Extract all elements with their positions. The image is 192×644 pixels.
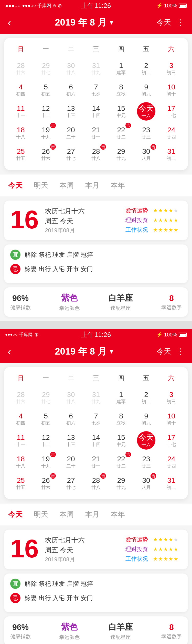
s2-cell-2[interactable]: 2初二 — [134, 387, 159, 408]
s2-cell-30prev[interactable]: 30廿八 — [58, 387, 83, 408]
s2-cell-16-today[interactable]: 今天 十六 — [134, 430, 159, 451]
screen2-chevron-icon[interactable]: ▾ — [110, 348, 113, 355]
s2-cell-1[interactable]: 1建军 — [109, 387, 134, 408]
calendar-cell-8[interactable]: 8立秋 — [109, 79, 134, 101]
s2-cell-31[interactable]: 31初二 — [159, 473, 184, 494]
calendar-cell-19[interactable]: 吉 19十九 — [33, 122, 58, 144]
back-button[interactable]: ‹ — [8, 17, 11, 28]
stats-section: 96% 健康指数 紫色 幸运颜色 白羊座 速配星座 8 幸运数字 — [4, 287, 188, 317]
tab-tomorrow[interactable]: 明天 — [31, 179, 51, 192]
date-details: 农历七月十六 周五 今天 2019年08月 — [45, 207, 119, 234]
calendar-cell-7[interactable]: 7七夕 — [83, 79, 109, 101]
calendar-cell-31[interactable]: 31初二 — [159, 144, 184, 165]
s2-cell-5[interactable]: 5初五 — [33, 408, 58, 430]
s2-tab-year[interactable]: 本年 — [108, 508, 128, 521]
calendar-cell-6[interactable]: 6初六 — [58, 79, 83, 101]
calendar-cell-23[interactable]: 23廿三 — [134, 122, 159, 144]
calendar-cell-29prev[interactable]: 29廿七 — [33, 58, 58, 79]
calendar-cell-22[interactable]: 吉 22廿二 — [109, 122, 134, 144]
tab-today[interactable]: 今天 — [5, 179, 26, 192]
calendar-cell-26[interactable]: 吉 26廿六 — [33, 144, 58, 165]
signal-icon: ●●●○○ — [5, 3, 20, 9]
calendar-cell-15[interactable]: 15中元 — [109, 101, 134, 122]
calendar-cell-25[interactable]: 25廿五 — [8, 144, 33, 165]
s2-cell-29[interactable]: 29廿九 — [109, 473, 134, 494]
s2-cell-31prev[interactable]: 31廿九 — [83, 387, 109, 408]
calendar-cell-18[interactable]: 18十八 — [8, 122, 33, 144]
s2-cell-20[interactable]: 20二十 — [58, 451, 83, 473]
s2-tab-today[interactable]: 今天 — [5, 508, 26, 521]
calendar-cell-20[interactable]: 20二十 — [58, 122, 83, 144]
s2-cell-9[interactable]: 9初九 — [134, 408, 159, 430]
calendar-cell-5[interactable]: 5初五 — [33, 79, 58, 101]
calendar-cell-9[interactable]: 9初九 — [134, 79, 159, 101]
s2-cell-28prev[interactable]: 28廿六 — [8, 387, 33, 408]
yiji-section: 宜 解除 祭祀 理发 启攒 冠笄 忌 嫁娶 出行 入宅 开市 安门 — [4, 244, 188, 283]
tab-year[interactable]: 本年 — [108, 179, 128, 192]
s2-cell-18[interactable]: 18十八 — [8, 451, 33, 473]
chevron-down-icon[interactable]: ▾ — [110, 19, 113, 26]
calendar-cell-12[interactable]: 12十二 — [33, 101, 58, 122]
calendar-cell-29[interactable]: 29廿九 — [109, 144, 134, 165]
s2-cell-10[interactable]: 10初十 — [159, 408, 184, 430]
s2-cell-8[interactable]: 8立秋 — [109, 408, 134, 430]
screen2-menu-icon[interactable]: ⋮ — [176, 347, 184, 356]
s2-cell-3[interactable]: 3初三 — [159, 387, 184, 408]
s2-tab-month[interactable]: 本月 — [82, 508, 102, 521]
s2-cell-14[interactable]: 14十四 — [83, 430, 109, 451]
s2-cell-30[interactable]: 吉30八月 — [134, 473, 159, 494]
calendar-cell-3[interactable]: 3初三 — [159, 58, 184, 79]
calendar-cell-4[interactable]: 4初四 — [8, 79, 33, 101]
screen2: ●●●○○ 千库网 ⊕ 上午11:26 ⚡ 100% ‹ 2019 年 8 月 … — [0, 329, 192, 644]
s2-cell-7[interactable]: 7七夕 — [83, 408, 109, 430]
s2-cell-24[interactable]: 24廿四 — [159, 451, 184, 473]
menu-icon[interactable]: ⋮ — [176, 18, 184, 27]
today-button[interactable]: 今天 — [157, 18, 171, 27]
screen2-today-button[interactable]: 今天 — [157, 347, 171, 356]
s2-cell-29prev[interactable]: 29廿七 — [33, 387, 58, 408]
screen2-header-title: 2019 年 8 月 ▾ — [55, 345, 113, 358]
screen1: ●●●○○ ●●●○○ 千库网 ⊕ ⊕ 上午11:26 ⚡ 100% ‹ 201… — [0, 0, 192, 321]
calendar-cell-13[interactable]: 13十三 — [58, 101, 83, 122]
s2-cell-21[interactable]: 21廿一 — [83, 451, 109, 473]
calendar-cell-21[interactable]: 21廿一 — [83, 122, 109, 144]
calendar-cell-11[interactable]: 11十一 — [8, 101, 33, 122]
calendar-cell-30prev[interactable]: 30廿八 — [58, 58, 83, 79]
s2-cell-19[interactable]: 吉19十九 — [33, 451, 58, 473]
s2-cell-4[interactable]: 4初四 — [8, 408, 33, 430]
s2-tab-week[interactable]: 本周 — [56, 508, 77, 521]
s2-cell-17[interactable]: 17十七 — [159, 430, 184, 451]
s2-cell-28[interactable]: 吉28廿八 — [83, 473, 109, 494]
calendar-cell-17[interactable]: 17十七 — [159, 101, 184, 122]
s2-cell-23[interactable]: 23廿三 — [134, 451, 159, 473]
calendar-cell-24[interactable]: 24廿四 — [159, 122, 184, 144]
s2-cell-12[interactable]: 12十二 — [33, 430, 58, 451]
tab-week[interactable]: 本周 — [56, 179, 77, 192]
calendar-cell-16-today[interactable]: 今天 十六 — [134, 101, 159, 122]
s2-cell-11[interactable]: 11十一 — [8, 430, 33, 451]
calendar-cell-27[interactable]: 27廿七 — [58, 144, 83, 165]
s2-cell-25[interactable]: 25廿五 — [8, 473, 33, 494]
s2-health-label: 健康指数 — [10, 633, 31, 640]
screen2-back-button[interactable]: ‹ — [8, 346, 11, 357]
s2-cell-15[interactable]: 15中元 — [109, 430, 134, 451]
calendar-cell-10[interactable]: 10初十 — [159, 79, 184, 101]
s2-gregorian: 2019年08月 — [45, 556, 119, 563]
screen2-calendar: 日 一 二 三 四 五 六 28廿六 29廿七 30廿八 31廿九 1建军 2初… — [4, 367, 188, 499]
calendar-cell-1[interactable]: 1建军 — [109, 58, 134, 79]
s2-cell-27[interactable]: 27廿七 — [58, 473, 83, 494]
tab-month[interactable]: 本月 — [82, 179, 102, 192]
calendar-cell-31prev[interactable]: 31廿九 — [83, 58, 109, 79]
calendar-cell-30[interactable]: 吉 30八月 — [134, 144, 159, 165]
s2-tab-tomorrow[interactable]: 明天 — [31, 508, 51, 521]
s2-cell-13[interactable]: 13十三 — [58, 430, 83, 451]
s2-cell-6[interactable]: 6初六 — [58, 408, 83, 430]
color-value: 紫色 — [61, 292, 78, 304]
s2-cell-26[interactable]: 吉26廿六 — [33, 473, 58, 494]
calendar-cell-14[interactable]: 14十四 — [83, 101, 109, 122]
calendar-cell-2[interactable]: 2初二 — [134, 58, 159, 79]
calendar-cell-28[interactable]: 吉 28廿八 — [83, 144, 109, 165]
s2-cell-22[interactable]: 吉22廿二 — [109, 451, 134, 473]
calendar-cell-28prev[interactable]: 28廿六 — [8, 58, 33, 79]
date-info-section: 16 农历七月十六 周五 今天 2019年08月 爱情运势 ★ ★ ★ ★ — [4, 201, 188, 240]
